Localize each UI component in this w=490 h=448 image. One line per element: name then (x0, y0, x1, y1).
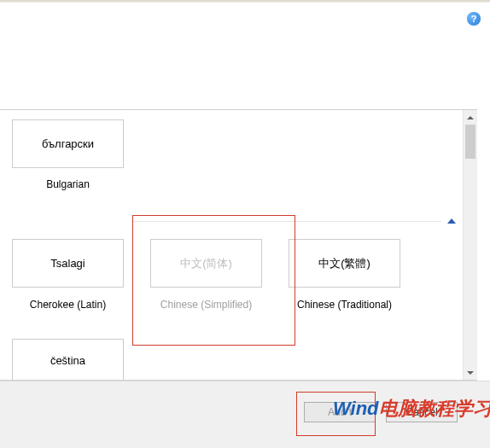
language-tile-chinese-traditional[interactable]: 中文(繁體) (289, 239, 400, 288)
chevron-up-icon (467, 116, 474, 119)
help-icon[interactable]: ? (467, 12, 481, 26)
collapse-arrow-icon[interactable] (447, 218, 456, 224)
language-caption-bulgarian: Bulgarian (12, 178, 124, 190)
cancel-button[interactable]: Cancel (386, 402, 458, 422)
group-separator (132, 221, 441, 222)
scroll-thumb[interactable] (465, 125, 475, 159)
language-tile-chinese-simplified: 中文(简体) (150, 239, 262, 288)
language-tile-czech[interactable]: čeština (12, 339, 124, 380)
language-caption-chinese-traditional: Chinese (Traditional) (289, 299, 400, 311)
scroll-down-button[interactable] (464, 365, 477, 380)
language-caption-chinese-simplified: Chinese (Simplified) (150, 299, 262, 311)
language-tile-bulgarian[interactable]: български (12, 119, 124, 168)
language-tile-cherokee[interactable]: Tsalagi (12, 239, 124, 288)
language-content-area: български Bulgarian Tsalagi Cherokee (La… (0, 110, 463, 380)
scrollbar-vertical[interactable] (463, 110, 477, 380)
scroll-up-button[interactable] (464, 110, 477, 125)
chevron-down-icon (467, 371, 474, 375)
add-button[interactable]: Add t (304, 402, 376, 422)
dialog-button-bar: Add t Cancel (0, 381, 490, 448)
language-caption-cherokee: Cherokee (Latin) (12, 299, 124, 311)
language-list-panel: български Bulgarian Tsalagi Cherokee (La… (0, 109, 477, 381)
window-top-border (0, 0, 490, 3)
